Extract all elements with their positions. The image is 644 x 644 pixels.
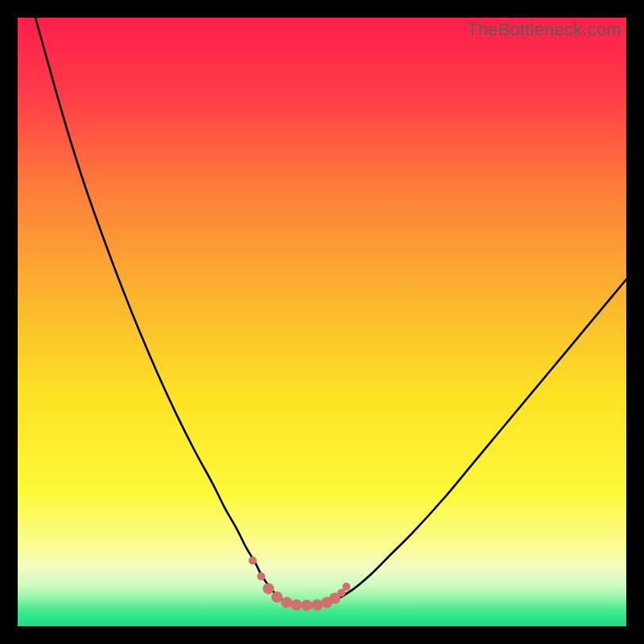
chart-plot-area: TheBottleneck.com bbox=[18, 18, 626, 626]
valley-marker bbox=[312, 600, 323, 611]
valley-marker bbox=[301, 600, 312, 611]
valley-marker bbox=[249, 556, 257, 564]
valley-marker bbox=[281, 597, 292, 609]
valley-marker bbox=[271, 592, 283, 603]
valley-marker bbox=[291, 600, 302, 611]
valley-marker bbox=[257, 572, 265, 580]
watermark-text: TheBottleneck.com bbox=[467, 19, 621, 40]
valley-marker bbox=[262, 583, 274, 594]
bottleneck-chart bbox=[18, 18, 626, 626]
gradient-background bbox=[18, 18, 626, 626]
valley-marker bbox=[342, 583, 350, 591]
chart-outer-frame: TheBottleneck.com bbox=[0, 0, 644, 644]
